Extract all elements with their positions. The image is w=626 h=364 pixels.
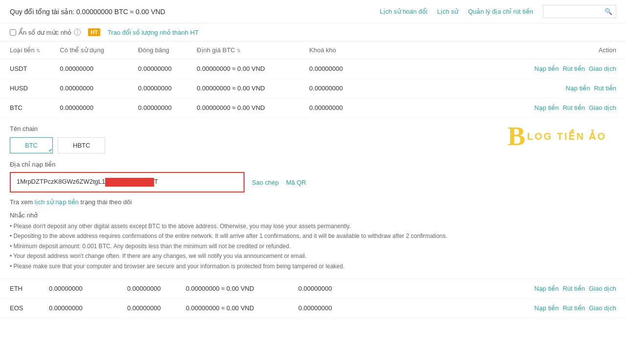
action-cell: Nạp tiền Rút tiền [378, 79, 626, 98]
action-links: Nạp tiền Rút tiền Giao dịch [377, 304, 616, 312]
hide-small-label: Ẩn số dư mức nhỏ [19, 29, 71, 36]
search-wrapper: 🔍 [543, 5, 616, 18]
reminder-line-1: • Please don't deposit any other digital… [10, 221, 616, 231]
deposit-link[interactable]: Nạp tiền [534, 104, 559, 111]
btc-value: 0.00000000 ≈ 0.00 VND [187, 59, 299, 79]
action-links: Nạp tiền Rút tiền [387, 85, 616, 92]
available-amount: 0.00000000 [50, 79, 128, 98]
track-suffix: trạng thái theo dõi [79, 198, 132, 206]
available-amount: 0.00000000 [39, 298, 117, 318]
hide-small-balance-checkbox[interactable]: Ẩn số dư mức nhỏ i [10, 29, 81, 36]
col-header-locked: Khoá kho [299, 42, 378, 59]
search-icon: 🔍 [604, 8, 612, 15]
reminder-line-3: • Minimum deposit amount: 0.001 BTC. Any… [10, 241, 616, 251]
coin-name: ETH [0, 279, 39, 299]
track-prefix: Tra xem [10, 198, 35, 206]
trade-link[interactable]: Giao dịch [589, 65, 616, 72]
btc-value: 0.00000000 ≈ 0.00 VND [187, 98, 299, 118]
watermark: B LOG TIỀN ẢO [507, 123, 606, 150]
reminder-line-4: • Your deposit address won't change ofte… [10, 251, 616, 261]
frozen-amount: 0.00000000 [117, 298, 176, 318]
trade-link[interactable]: Giao dịch [589, 304, 616, 312]
table-row: HUSD 0.00000000 0.00000000 0.00000000 ≈ … [0, 79, 626, 98]
col-header-available: Có thể sử dụng [50, 42, 128, 59]
btc-value: 0.00000000 ≈ 0.00 VND [176, 298, 289, 318]
deposit-link[interactable]: Nạp tiền [534, 65, 559, 72]
coin-name: BTC [0, 98, 50, 118]
reminder-title: Nhắc nhở [10, 212, 616, 219]
coin-name: EOS [0, 298, 39, 318]
action-links: Nạp tiền Rút tiền Giao dịch [387, 65, 616, 72]
chain-btn-btc[interactable]: BTC ✔ [10, 137, 53, 153]
frozen-amount: 0.00000000 [128, 98, 187, 118]
coin-name: USDT [0, 59, 50, 79]
reminder-line-2: • Depositing to the above address requir… [10, 231, 616, 241]
manage-address-link[interactable]: Quản lý địa chỉ rút tiền [468, 8, 533, 15]
watermark-text: LOG TIỀN ẢO [527, 130, 606, 142]
withdraw-link[interactable]: Rút tiền [562, 104, 585, 111]
address-box: 1MrpDZTPczK8GWz6ZW2tgL1T Sao chép Mã QR [10, 172, 616, 193]
btc-value: 0.00000000 ≈ 0.00 VND [187, 79, 299, 98]
deposit-link[interactable]: Nạp tiền [534, 304, 559, 312]
info-icon: i [74, 29, 81, 36]
watermark-b: B [507, 123, 525, 150]
top-bar-right: Lịch sử hoán đổi Lịch sử Quản lý địa chỉ… [380, 5, 616, 18]
sort-icon-btc[interactable]: ⇅ [237, 48, 241, 53]
hide-small-checkbox-input[interactable] [10, 29, 16, 36]
locked-amount: 0.00000000 [299, 98, 378, 118]
frozen-amount: 0.00000000 [128, 59, 187, 79]
action-cell: Nạp tiền Rút tiền Giao dịch [367, 279, 626, 299]
chain-btn-hbtc[interactable]: HBTC [58, 137, 105, 153]
action-links: Nạp tiền Rút tiền Giao dịch [387, 104, 616, 111]
address-text-partial: 1MrpDZTPczK8GWz6ZW2tgL1 [17, 178, 105, 185]
coin-name: HUSD [0, 79, 50, 98]
table-row: EOS 0.00000000 0.00000000 0.00000000 ≈ 0… [0, 298, 626, 318]
frozen-amount: 0.00000000 [128, 79, 187, 98]
action-cell: Nạp tiền Rút tiền Giao dịch [367, 298, 626, 318]
available-amount: 0.00000000 [50, 59, 128, 79]
track-link[interactable]: lịch sử nạp tiền [35, 198, 79, 206]
sort-icon-coin[interactable]: ⇅ [36, 48, 40, 53]
withdraw-link[interactable]: Rút tiền [562, 65, 585, 72]
col-header-action: Action [378, 42, 626, 59]
reminder-line-5: • Please make sure that your computer an… [10, 261, 616, 271]
address-field[interactable]: 1MrpDZTPczK8GWz6ZW2tgL1T [10, 172, 245, 193]
history-link[interactable]: Lịch sử [437, 8, 458, 15]
exchange-label[interactable]: Trao đổi số lượng nhỏ thành HT [108, 29, 199, 36]
assets-table-bottom: ETH 0.00000000 0.00000000 0.00000000 ≈ 0… [0, 279, 626, 318]
deposit-link[interactable]: Nạp tiền [534, 285, 559, 292]
locked-amount: 0.00000000 [289, 298, 367, 318]
withdraw-link[interactable]: Rút tiền [594, 85, 616, 92]
available-amount: 0.00000000 [39, 279, 117, 299]
copy-button[interactable]: Sao chép [252, 179, 279, 186]
locked-amount: 0.00000000 [289, 279, 367, 299]
ht-logo: HT [88, 28, 100, 36]
history-exchange-link[interactable]: Lịch sử hoán đổi [380, 8, 427, 15]
check-mark-icon: ✔ [48, 148, 52, 153]
col-header-coin: Loại tiền ⇅ [0, 42, 50, 59]
address-redacted [105, 178, 154, 187]
table-row: USDT 0.00000000 0.00000000 0.00000000 ≈ … [0, 59, 626, 79]
trade-link[interactable]: Giao dịch [589, 104, 616, 111]
toolbar: Ẩn số dư mức nhỏ i HT Trao đổi số lượng … [0, 23, 626, 42]
locked-amount: 0.00000000 [299, 59, 378, 79]
action-cell: Nạp tiền Rút tiền Giao dịch [378, 98, 626, 118]
deposit-link[interactable]: Nạp tiền [565, 85, 590, 92]
trade-link[interactable]: Giao dịch [589, 285, 616, 292]
action-links: Nạp tiền Rút tiền Giao dịch [377, 285, 616, 292]
col-header-frozen: Đóng băng [128, 42, 187, 59]
frozen-amount: 0.00000000 [117, 279, 176, 299]
btc-value: 0.00000000 ≈ 0.00 VND [176, 279, 289, 299]
table-row: ETH 0.00000000 0.00000000 0.00000000 ≈ 0… [0, 279, 626, 299]
reminder-text: • Please don't deposit any other digital… [10, 221, 616, 271]
qr-button[interactable]: Mã QR [286, 179, 306, 186]
col-header-btc: Định giá BTC ⇅ [187, 42, 299, 59]
withdraw-link[interactable]: Rút tiền [562, 285, 585, 292]
available-amount: 0.00000000 [50, 98, 128, 118]
btc-expanded-section: B LOG TIỀN ẢO Tên chain BTC ✔ HBTC Địa c… [0, 118, 626, 279]
reminder-section: Nhắc nhở • Please don't deposit any othe… [10, 212, 616, 271]
address-label: Địa chỉ nạp tiền [10, 161, 616, 168]
assets-table: Loại tiền ⇅ Có thể sử dụng Đóng băng Địn… [0, 42, 626, 118]
withdraw-link[interactable]: Rút tiền [562, 304, 585, 312]
table-row: BTC 0.00000000 0.00000000 0.00000000 ≈ 0… [0, 98, 626, 118]
